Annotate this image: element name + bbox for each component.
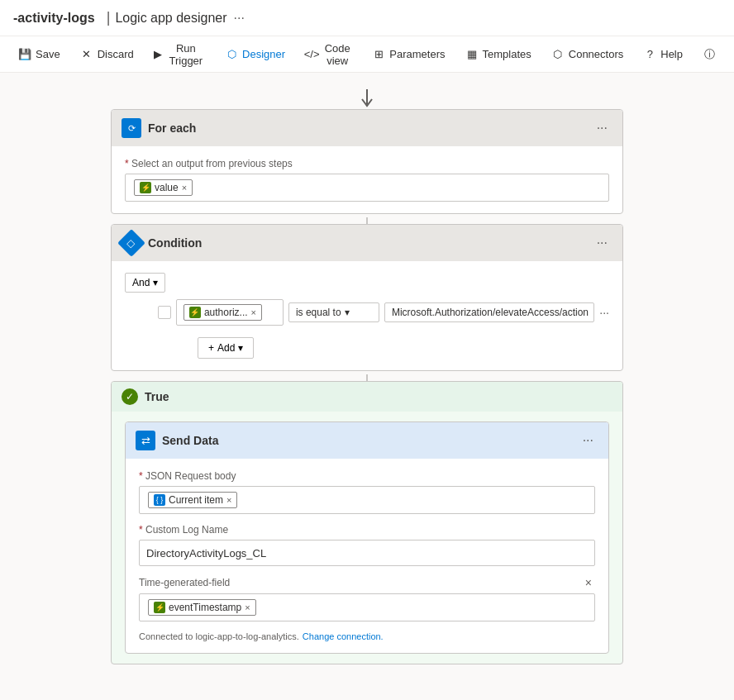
for-each-title: For each xyxy=(148,121,196,135)
parameters-button[interactable]: ⊞ Parameters xyxy=(364,44,453,65)
condition-tag-input[interactable]: ⚡ authoriz... × xyxy=(176,299,284,326)
for-each-block: ⟳ For each ··· Select an output from pre… xyxy=(111,109,623,214)
add-button[interactable]: + Add ▾ xyxy=(198,337,254,359)
help-icon: ? xyxy=(643,48,656,61)
connectors-icon: ⬡ xyxy=(551,48,565,61)
title-bar: -activity-logs | Logic app designer ··· xyxy=(0,0,734,36)
condition-ellipsis[interactable]: ··· xyxy=(592,234,612,252)
custom-log-input[interactable]: DirectoryActivityLogs_CL xyxy=(139,540,595,566)
condition-value[interactable]: Microsoft.Authorization/elevateAccess/ac… xyxy=(384,302,594,322)
condition-checkbox[interactable] xyxy=(158,306,171,319)
custom-log-label: Custom Log Name xyxy=(139,524,595,536)
custom-log-group: Custom Log Name DirectoryActivityLogs_CL xyxy=(139,524,595,566)
send-data-icon: ⇄ xyxy=(136,431,155,450)
condition-icon: ◻ xyxy=(117,229,145,257)
json-request-label: JSON Request body xyxy=(139,470,595,482)
time-field-label: Time-generated-field xyxy=(139,577,230,588)
help-button[interactable]: ? Help xyxy=(635,44,691,65)
condition-title: Condition xyxy=(148,236,202,250)
add-chevron: ▾ xyxy=(238,342,243,354)
title-ellipsis[interactable]: ··· xyxy=(234,11,245,26)
value-tag-icon: ⚡ xyxy=(140,182,151,193)
save-button[interactable]: 💾 Save xyxy=(10,44,69,65)
info-icon: ⓘ xyxy=(703,48,716,61)
discard-button[interactable]: ✕ Discard xyxy=(72,44,142,65)
designer-canvas: ⟳ For each ··· Select an output from pre… xyxy=(0,73,734,700)
for-each-header: ⟳ For each ··· xyxy=(112,110,622,146)
condition-header: ◻ Condition ··· xyxy=(112,225,622,261)
connected-info: Connected to logic-app-to-log-analytics.… xyxy=(139,631,595,641)
for-each-icon: ⟳ xyxy=(122,118,141,138)
v-connector-2 xyxy=(366,374,368,381)
operator-select[interactable]: is equal to ▾ xyxy=(288,302,379,322)
run-icon: ▶ xyxy=(154,48,163,61)
current-item-tag: { } Current item × xyxy=(148,492,237,508)
condition-row-ellipsis[interactable]: ··· xyxy=(599,306,609,319)
send-data-block: ⇄ Send Data ··· JSON Request body { } Cu… xyxy=(125,421,609,654)
change-connection-link[interactable]: Change connection. xyxy=(303,631,384,641)
connectors-button[interactable]: ⬡ Connectors xyxy=(543,44,632,65)
send-data-ellipsis[interactable]: ··· xyxy=(578,431,598,450)
app-title: -activity-logs xyxy=(13,11,95,26)
for-each-header-left: ⟳ For each xyxy=(122,118,196,138)
send-data-title: Send Data xyxy=(162,434,218,447)
true-body: ⇄ Send Data ··· JSON Request body { } Cu… xyxy=(112,412,622,664)
title-divider: | xyxy=(107,9,111,26)
current-item-icon: { } xyxy=(154,494,165,506)
templates-icon: ▦ xyxy=(465,48,479,61)
designer-button[interactable]: ⬡ Designer xyxy=(217,44,293,65)
and-row: And ▾ xyxy=(125,273,609,293)
true-label: True xyxy=(145,390,169,403)
authoriz-tag-label: authoriz... xyxy=(204,307,248,318)
connector-arrow xyxy=(359,89,375,109)
true-check-icon: ✓ xyxy=(122,388,138,405)
code-icon: </> xyxy=(305,48,318,61)
toolbar: 💾 Save ✕ Discard ▶ Run Trigger ⬡ Designe… xyxy=(0,36,734,73)
time-field-input[interactable]: ⚡ eventTimestamp × xyxy=(139,593,595,621)
operator-chevron: ▾ xyxy=(345,307,350,318)
parameters-icon: ⊞ xyxy=(372,48,385,61)
condition-block: ◻ Condition ··· And ▾ ⚡ authoriz... × xyxy=(111,224,623,371)
time-field-group: Time-generated-field × ⚡ eventTimestamp … xyxy=(139,576,595,621)
current-item-close[interactable]: × xyxy=(226,495,231,505)
designer-icon: ⬡ xyxy=(225,48,238,61)
add-plus-icon: + xyxy=(208,342,214,354)
templates-button[interactable]: ▦ Templates xyxy=(457,44,540,65)
event-timestamp-tag: ⚡ eventTimestamp × xyxy=(148,599,256,616)
app-subtitle: Logic app designer xyxy=(115,11,226,26)
send-data-header-left: ⇄ Send Data xyxy=(136,431,218,450)
current-item-label: Current item xyxy=(169,494,223,506)
authoriz-tag-close[interactable]: × xyxy=(251,307,256,317)
v-connector-1 xyxy=(366,217,368,224)
info-button[interactable]: ⓘ xyxy=(694,44,724,65)
send-data-header: ⇄ Send Data ··· xyxy=(126,422,608,459)
and-button[interactable]: And ▾ xyxy=(125,273,165,293)
json-request-input[interactable]: { } Current item × xyxy=(139,486,595,514)
authoriz-tag: ⚡ authoriz... × xyxy=(184,304,262,321)
for-each-tag-input[interactable]: ⚡ value × xyxy=(125,174,609,202)
discard-icon: ✕ xyxy=(80,48,93,61)
add-row: + Add ▾ xyxy=(164,337,609,359)
save-icon: 💾 xyxy=(18,48,31,61)
true-block: ✓ True ⇄ Send Data ··· JSON Request body xyxy=(111,381,623,664)
time-field-clear[interactable]: × xyxy=(582,576,595,589)
code-view-button[interactable]: </> Code view xyxy=(297,38,360,71)
condition-body: And ▾ ⚡ authoriz... × is equal to ▾ xyxy=(112,261,622,370)
and-chevron: ▾ xyxy=(153,277,158,288)
true-header: ✓ True xyxy=(112,382,622,412)
run-trigger-button[interactable]: ▶ Run Trigger xyxy=(145,38,213,71)
condition-header-left: ◻ Condition xyxy=(122,233,202,253)
for-each-field-label: Select an output from previous steps xyxy=(125,158,609,169)
value-tag-label: value xyxy=(155,182,179,193)
for-each-body: Select an output from previous steps ⚡ v… xyxy=(112,146,622,213)
event-tag-icon: ⚡ xyxy=(154,602,165,613)
send-data-body: JSON Request body { } Current item × Cus… xyxy=(126,459,608,653)
authoriz-tag-icon: ⚡ xyxy=(189,307,201,318)
json-request-group: JSON Request body { } Current item × xyxy=(139,470,595,514)
event-tag-label: eventTimestamp xyxy=(169,602,241,613)
event-tag-close[interactable]: × xyxy=(245,602,250,612)
value-tag: ⚡ value × xyxy=(134,179,193,196)
value-tag-close[interactable]: × xyxy=(182,183,187,193)
for-each-ellipsis[interactable]: ··· xyxy=(592,119,612,137)
condition-row: ⚡ authoriz... × is equal to ▾ Microsoft.… xyxy=(158,299,609,326)
